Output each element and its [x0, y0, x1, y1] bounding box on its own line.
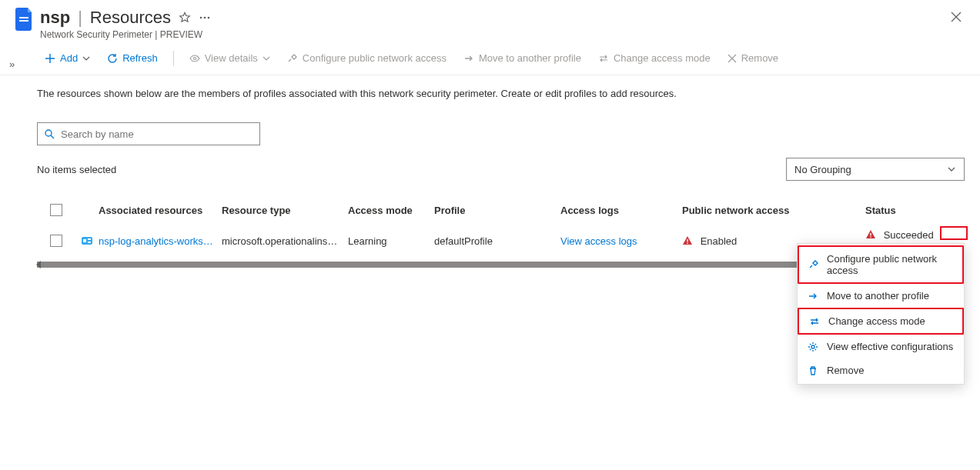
- log-analytics-icon: [81, 235, 93, 247]
- page-header: nsp | Resources Network Security Perimet…: [0, 0, 980, 45]
- page-title: Resources: [90, 8, 171, 28]
- add-icon: [45, 53, 55, 64]
- svg-point-5: [208, 17, 210, 19]
- cell-pna: Enabled: [701, 235, 738, 247]
- add-label: Add: [60, 52, 78, 64]
- view-details-label: View details: [205, 52, 258, 64]
- svg-rect-9: [83, 239, 86, 242]
- cell-type: microsoft.operationalins…: [222, 235, 348, 247]
- svg-rect-0: [19, 17, 28, 18]
- command-bar: Add Refresh View details Configure publi…: [0, 45, 980, 75]
- table-header: Associated resources Resource type Acces…: [37, 198, 965, 222]
- svg-rect-13: [687, 242, 687, 243]
- cm-move-label: Move to another profile: [827, 290, 929, 302]
- cm-change-label: Change access mode: [828, 315, 925, 327]
- add-button[interactable]: Add: [37, 49, 98, 67]
- col-mode[interactable]: Access mode: [348, 205, 434, 216]
- close-button[interactable]: [948, 8, 965, 28]
- warning-icon: [865, 229, 876, 240]
- gear-icon: [807, 342, 819, 352]
- cm-view-effective-label: View effective configurations: [827, 341, 953, 352]
- trash-icon: [807, 365, 819, 376]
- col-logs[interactable]: Access logs: [560, 205, 682, 216]
- collapse-handle[interactable]: »: [9, 58, 15, 70]
- svg-rect-11: [88, 242, 91, 243]
- cm-configure-label: Configure public network access: [827, 253, 953, 276]
- cm-move-profile[interactable]: Move to another profile: [798, 284, 964, 308]
- cm-change-access[interactable]: Change access mode: [798, 308, 964, 335]
- col-name[interactable]: Associated resources: [99, 205, 222, 216]
- selection-count: No items selected: [37, 164, 116, 175]
- page-subtitle: Network Security Perimeter | PREVIEW: [40, 29, 948, 40]
- remove-button[interactable]: Remove: [720, 49, 786, 67]
- title-separator: |: [78, 8, 82, 28]
- change-access-button[interactable]: Change access mode: [590, 49, 718, 67]
- description-text: The resources shown below are the member…: [0, 75, 980, 102]
- cm-remove[interactable]: Remove: [798, 358, 964, 382]
- remove-x-icon: [727, 54, 737, 63]
- configure-pna-label: Configure public network access: [303, 52, 447, 64]
- arrow-right-icon: [463, 53, 474, 64]
- warning-icon: [682, 235, 693, 246]
- svg-rect-14: [870, 233, 871, 236]
- cm-remove-label: Remove: [827, 365, 864, 376]
- remove-label: Remove: [741, 52, 778, 64]
- swap-icon: [808, 316, 821, 327]
- toolbar-separator: [173, 51, 174, 66]
- more-icon[interactable]: [199, 12, 211, 24]
- svg-rect-1: [19, 20, 28, 22]
- cell-mode: Learning: [348, 235, 434, 247]
- cell-profile: defaultProfile: [434, 235, 560, 247]
- grouping-value: No Grouping: [794, 164, 851, 175]
- svg-point-6: [193, 57, 196, 59]
- col-pna[interactable]: Public network access: [682, 205, 865, 216]
- row-context-menu: Configure public network access Move to …: [797, 243, 965, 385]
- svg-point-16: [811, 345, 814, 348]
- swap-icon: [598, 53, 609, 64]
- refresh-button[interactable]: Refresh: [99, 49, 166, 67]
- document-icon: [15, 8, 34, 31]
- svg-rect-15: [870, 237, 871, 238]
- svg-marker-2: [28, 8, 32, 12]
- refresh-label: Refresh: [122, 52, 158, 64]
- refresh-icon: [107, 53, 118, 64]
- col-status[interactable]: Status: [865, 205, 965, 216]
- cell-status: Succeeded: [884, 229, 934, 241]
- grouping-dropdown[interactable]: No Grouping: [786, 158, 965, 181]
- svg-point-7: [45, 130, 52, 136]
- move-profile-button[interactable]: Move to another profile: [456, 49, 589, 67]
- callout-highlight: [940, 226, 968, 240]
- search-icon: [44, 128, 55, 139]
- svg-rect-12: [687, 239, 687, 242]
- col-type[interactable]: Resource type: [222, 205, 348, 216]
- resource-name: nsp: [40, 8, 70, 28]
- svg-point-4: [204, 17, 206, 19]
- cm-configure-pna[interactable]: Configure public network access: [798, 245, 964, 284]
- view-logs-link[interactable]: View access logs: [560, 235, 637, 247]
- chevron-down-icon: [947, 165, 956, 174]
- search-box[interactable]: [37, 122, 260, 145]
- svg-point-3: [200, 17, 202, 19]
- change-access-label: Change access mode: [614, 52, 711, 64]
- plug-icon: [808, 259, 819, 270]
- chevron-down-icon: [263, 55, 270, 62]
- row-checkbox[interactable]: [50, 235, 62, 247]
- search-input[interactable]: [61, 128, 253, 140]
- cm-view-effective[interactable]: View effective configurations: [798, 335, 964, 358]
- select-all-checkbox[interactable]: [50, 204, 62, 216]
- col-profile[interactable]: Profile: [434, 205, 560, 216]
- chevron-down-icon: [82, 55, 90, 62]
- plug-icon: [287, 53, 298, 64]
- move-profile-label: Move to another profile: [479, 52, 581, 64]
- configure-pna-button[interactable]: Configure public network access: [279, 49, 454, 67]
- pin-star-icon[interactable]: [179, 12, 191, 24]
- view-details-button[interactable]: View details: [182, 49, 278, 67]
- arrow-right-icon: [807, 291, 819, 302]
- view-details-icon: [189, 53, 200, 64]
- resource-name-link[interactable]: nsp-log-analytics-works…: [99, 235, 213, 247]
- svg-rect-10: [88, 238, 91, 240]
